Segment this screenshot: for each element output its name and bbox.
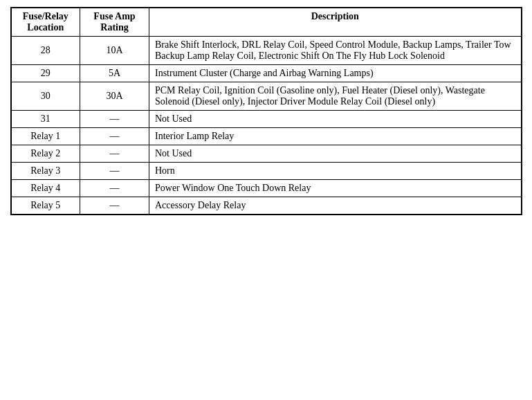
table-row: Relay 1—Interior Lamp Relay [11,128,522,145]
cell-location: 29 [11,65,80,82]
fuse-relay-table-container: Fuse/Relay Location Fuse Amp Rating Desc… [10,7,522,215]
table-row: 3030APCM Relay Coil, Ignition Coil (Gaso… [11,82,522,111]
cell-rating: — [80,128,149,145]
cell-location: 31 [11,111,80,128]
cell-description: Not Used [149,111,522,128]
cell-description: PCM Relay Coil, Ignition Coil (Gasoline … [149,82,522,111]
cell-rating: 5A [80,65,149,82]
cell-description: Horn [149,163,522,180]
cell-rating: — [80,180,149,197]
table-row: Relay 2—Not Used [11,145,522,163]
cell-location: Relay 1 [11,128,80,145]
cell-location: Relay 2 [11,145,80,163]
cell-location: 28 [11,37,80,65]
cell-description: Power Window One Touch Down Relay [149,180,522,197]
cell-rating: — [80,145,149,163]
table-row: 2810ABrake Shift Interlock, DRL Relay Co… [11,37,522,65]
header-description: Description [149,8,522,37]
cell-rating: — [80,197,149,215]
cell-description: Not Used [149,145,522,163]
cell-location: Relay 5 [11,197,80,215]
cell-rating: — [80,163,149,180]
header-location: Fuse/Relay Location [11,8,80,37]
cell-location: Relay 4 [11,180,80,197]
cell-description: Brake Shift Interlock, DRL Relay Coil, S… [149,37,522,65]
table-header-row: Fuse/Relay Location Fuse Amp Rating Desc… [11,8,522,37]
cell-description: Instrument Cluster (Charge and Airbag Wa… [149,65,522,82]
table-row: 295AInstrument Cluster (Charge and Airba… [11,65,522,82]
cell-rating: 10A [80,37,149,65]
cell-description: Interior Lamp Relay [149,128,522,145]
fuse-relay-table: Fuse/Relay Location Fuse Amp Rating Desc… [10,7,522,215]
cell-location: Relay 3 [11,163,80,180]
header-rating: Fuse Amp Rating [80,8,149,37]
table-row: Relay 3—Horn [11,163,522,180]
cell-rating: — [80,111,149,128]
cell-rating: 30A [80,82,149,111]
cell-location: 30 [11,82,80,111]
table-row: Relay 5—Accessory Delay Relay [11,197,522,215]
table-row: Relay 4—Power Window One Touch Down Rela… [11,180,522,197]
table-row: 31—Not Used [11,111,522,128]
cell-description: Accessory Delay Relay [149,197,522,215]
